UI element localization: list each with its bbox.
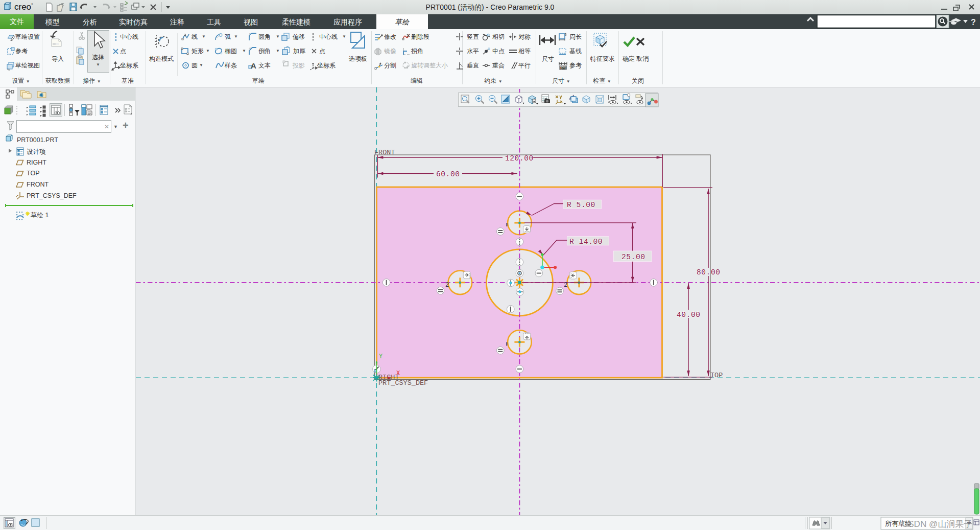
- svg-text:120.00: 120.00: [505, 154, 534, 163]
- svg-text:FRONT: FRONT: [374, 149, 395, 156]
- svg-text:2: 2: [564, 282, 567, 289]
- svg-text:R 14.00: R 14.00: [569, 238, 603, 246]
- svg-text:40.00: 40.00: [677, 311, 701, 319]
- svg-text:TOP: TOP: [710, 372, 723, 379]
- svg-text:X: X: [396, 370, 400, 377]
- svg-text:25.00: 25.00: [622, 253, 646, 261]
- svg-text:2: 2: [445, 282, 449, 289]
- svg-text:Y: Y: [379, 353, 383, 360]
- svg-text:60.00: 60.00: [436, 170, 460, 178]
- svg-text:A: A: [251, 61, 256, 70]
- svg-text:?: ?: [971, 18, 976, 27]
- svg-text:R 5.00: R 5.00: [567, 201, 595, 209]
- svg-text:PRT_CSYS_DEF: PRT_CSYS_DEF: [378, 379, 428, 387]
- svg-text:REF: REF: [560, 66, 566, 70]
- svg-text:80.00: 80.00: [697, 268, 721, 276]
- svg-text:creo°: creo°: [14, 2, 33, 12]
